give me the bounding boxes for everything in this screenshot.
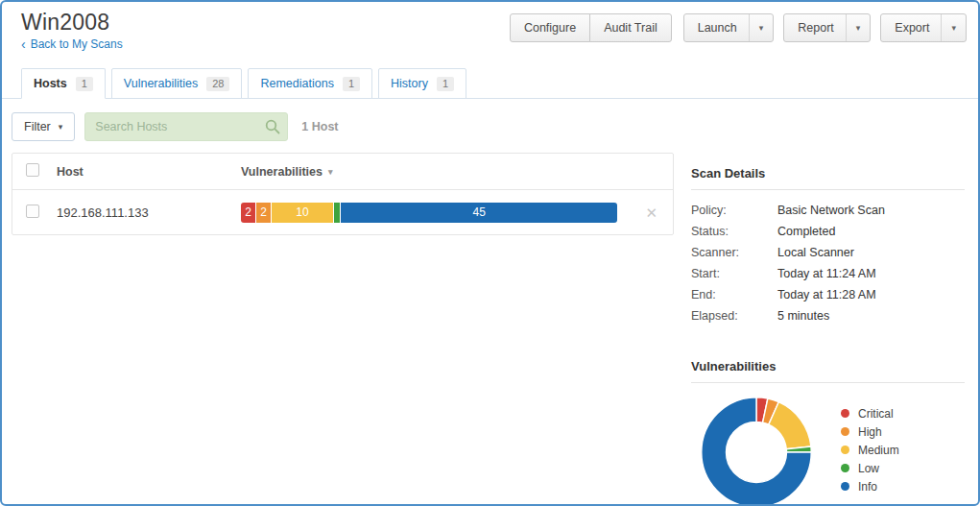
vulnerabilities-column-label: Vulnerabilities: [241, 165, 323, 179]
tab-badge: 1: [343, 77, 360, 91]
action-buttons: Configure Audit Trail Launch ▾ Report ▾ …: [510, 10, 967, 42]
legend-dot-icon: [841, 482, 849, 491]
severity-segment-critical[interactable]: 2: [241, 203, 255, 223]
scan-detail-row: Scanner:Local Scanner: [691, 242, 965, 263]
severity-segment-info[interactable]: 45: [341, 203, 617, 223]
legend-dot-icon: [841, 427, 849, 436]
host-column-header: Host: [57, 165, 241, 179]
vulnerabilities-donut-chart: [697, 393, 816, 506]
select-all-cell: [12, 163, 57, 180]
detail-label: Start:: [691, 263, 777, 284]
severity-segment-medium[interactable]: 10: [272, 203, 333, 223]
detail-label: Policy:: [691, 200, 777, 221]
details-panel: Scan Details Policy:Basic Network ScanSt…: [674, 153, 965, 506]
tab-badge: 1: [76, 77, 93, 91]
legend-item-medium: Medium: [841, 441, 899, 459]
detail-value: 5 minutes: [777, 305, 829, 326]
scan-detail-row: Status:Completed: [691, 221, 965, 242]
tab-bar: Hosts1Vulnerabilities28Remediations1Hist…: [2, 67, 978, 99]
scan-details-list: Policy:Basic Network ScanStatus:Complete…: [691, 200, 965, 326]
detail-label: Status:: [691, 221, 777, 242]
report-button[interactable]: Report ▾: [783, 13, 871, 42]
legend-label: Critical: [858, 407, 894, 421]
detail-value: Today at 11:28 AM: [777, 284, 876, 305]
legend-item-low: Low: [841, 459, 899, 477]
select-all-checkbox[interactable]: [26, 163, 39, 177]
severity-segment-high[interactable]: 2: [256, 203, 271, 223]
page-header: Win2008 ‹ Back to My Scans Configure Aud…: [2, 2, 978, 58]
host-address[interactable]: 192.168.111.133: [57, 205, 241, 220]
tab-history[interactable]: History1: [378, 68, 466, 99]
table-header-row: Host Vulnerabilities ▾: [12, 154, 673, 190]
legend-item-info: Info: [841, 477, 899, 495]
detail-label: Scanner:: [691, 242, 777, 263]
search-icon[interactable]: [265, 119, 280, 134]
donut-slice-medium[interactable]: [769, 402, 811, 449]
scan-details-heading: Scan Details: [691, 166, 965, 190]
severity-segment-low[interactable]: [334, 203, 340, 223]
search-hosts-wrap: [84, 112, 288, 141]
hosts-table: Host Vulnerabilities ▾ 192.168.111.133 2…: [12, 153, 674, 235]
legend-dot-icon: [841, 446, 849, 454]
sort-caret-icon[interactable]: ▾: [328, 167, 333, 177]
tab-remediations[interactable]: Remediations1: [248, 68, 372, 99]
page-title: Win2008: [21, 10, 123, 36]
scan-results-page: Win2008 ‹ Back to My Scans Configure Aud…: [0, 0, 980, 506]
filter-label: Filter: [24, 120, 51, 133]
title-block: Win2008 ‹ Back to My Scans: [21, 10, 123, 53]
legend-label: Medium: [858, 444, 899, 457]
content-area: Host Vulnerabilities ▾ 192.168.111.133 2…: [2, 153, 978, 506]
launch-button[interactable]: Launch ▾: [683, 13, 775, 42]
back-link[interactable]: ‹ Back to My Scans: [21, 37, 123, 51]
back-chevron-icon: ‹: [21, 37, 26, 51]
report-label: Report: [798, 21, 834, 35]
tab-badge: 28: [206, 77, 229, 91]
chart-legend: CriticalHighMediumLowInfo: [841, 404, 899, 506]
detail-value: Today at 11:24 AM: [777, 263, 876, 284]
tab-label: Remediations: [260, 77, 333, 90]
scan-detail-row: Start:Today at 11:24 AM: [691, 263, 965, 284]
legend-dot-icon: [841, 409, 849, 418]
row-select-cell: [12, 205, 57, 221]
detail-label: Elapsed:: [691, 305, 777, 326]
tab-badge: 1: [437, 77, 454, 91]
tab-label: History: [391, 77, 428, 90]
delete-row-icon[interactable]: ✕: [645, 205, 657, 220]
tab-label: Hosts: [34, 77, 67, 90]
chevron-down-icon: ▾: [941, 14, 956, 41]
host-count: 1 Host: [301, 120, 338, 133]
row-checkbox[interactable]: [26, 205, 39, 218]
tab-hosts[interactable]: Hosts1: [21, 68, 106, 99]
vulnerabilities-column-header: Vulnerabilities ▾: [241, 165, 673, 179]
legend-item-critical: Critical: [841, 404, 899, 422]
detail-value: Completed: [777, 221, 835, 242]
scan-detail-row: Elapsed:5 minutes: [691, 305, 965, 326]
configure-audit-group: Configure Audit Trail: [510, 13, 672, 42]
detail-value: Basic Network Scan: [777, 200, 885, 221]
detail-value: Local Scanner: [777, 242, 854, 263]
audit-trail-button[interactable]: Audit Trail: [589, 13, 672, 42]
scan-detail-row: Policy:Basic Network Scan: [691, 200, 965, 221]
legend-dot-icon: [841, 464, 849, 472]
scan-detail-row: End:Today at 11:28 AM: [691, 284, 965, 305]
table-row[interactable]: 192.168.111.133 221045 ✕: [12, 190, 673, 234]
launch-label: Launch: [698, 21, 737, 35]
legend-label: Info: [858, 480, 877, 494]
legend-label: Low: [858, 462, 879, 475]
filter-bar: Filter ▾ 1 Host: [2, 99, 978, 153]
legend-item-high: High: [841, 422, 899, 441]
vulnerabilities-heading: Vulnerabilities: [691, 359, 965, 383]
detail-label: End:: [691, 284, 777, 305]
severity-bar: 221045: [241, 203, 617, 223]
export-button[interactable]: Export ▾: [880, 13, 967, 42]
configure-button[interactable]: Configure: [510, 13, 590, 42]
tab-vulnerabilities[interactable]: Vulnerabilities28: [111, 68, 243, 99]
search-hosts-input[interactable]: [84, 112, 288, 141]
filter-button[interactable]: Filter ▾: [12, 112, 75, 141]
vulnerabilities-chart-row: CriticalHighMediumLowInfo: [691, 393, 965, 506]
legend-label: High: [858, 425, 882, 439]
chevron-down-icon: ▾: [59, 122, 63, 132]
severity-bar-cell: 221045 ✕: [241, 203, 673, 223]
tab-label: Vulnerabilities: [124, 77, 198, 90]
chevron-down-icon: ▾: [846, 14, 861, 41]
